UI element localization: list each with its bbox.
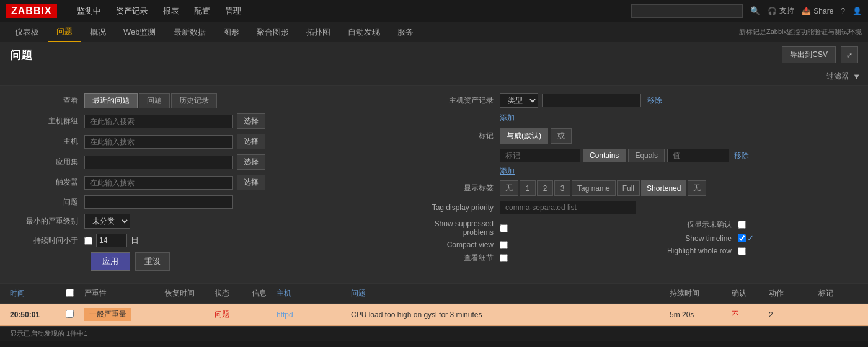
row-checkbox[interactable]: [66, 310, 74, 318]
filter-icon[interactable]: ▼: [852, 72, 861, 81]
subnav-services[interactable]: 服务: [389, 22, 422, 42]
show-unack-label: 仅显示未确认: [645, 219, 738, 230]
app-select-button[interactable]: 选择: [237, 154, 265, 170]
subnav-latest[interactable]: 最新数据: [165, 22, 215, 42]
host-inventory-remove[interactable]: 移除: [647, 95, 662, 106]
nav-monitoring[interactable]: 监测中: [69, 0, 108, 22]
show-suppressed-checkbox[interactable]: [500, 224, 508, 232]
severity-badge: 一般严重量: [84, 308, 131, 321]
th-check: [61, 289, 79, 299]
subnav-web[interactable]: Web监测: [115, 22, 165, 42]
subnav-overview[interactable]: 概况: [81, 22, 115, 42]
look-tab-history[interactable]: 历史记录: [171, 93, 217, 108]
details-checkbox[interactable]: [500, 254, 508, 262]
th-problem[interactable]: 问题: [346, 288, 665, 299]
table-row: 20:50:01 一般严重量 问题 httpd CPU load too hig…: [0, 304, 868, 326]
dtag-none2[interactable]: 无: [688, 180, 706, 196]
subnav-graphs[interactable]: 图形: [215, 22, 248, 42]
td-ack: 不: [727, 309, 764, 320]
subnav-notice: 新标记是Zabbix监控功能验证与测试环境: [739, 27, 862, 37]
compact-view-checkbox[interactable]: [500, 241, 508, 249]
duration-input[interactable]: [96, 234, 127, 247]
tags-logic-and[interactable]: 与威(默认): [500, 128, 548, 144]
tag-add[interactable]: 添加: [500, 167, 515, 175]
min-severity-select[interactable]: 未分类: [84, 214, 130, 229]
subnav-topology[interactable]: 拓扑图: [298, 22, 339, 42]
tag-contains-btn[interactable]: Contains: [583, 149, 626, 162]
th-status: 状态: [210, 288, 247, 299]
look-tab-recent[interactable]: 最近的问题: [84, 93, 138, 108]
td-severity: 一般严重量: [79, 308, 160, 321]
tag-priority-label: Tag display priority: [407, 203, 500, 212]
tag-priority-input[interactable]: [500, 201, 636, 214]
trigger-label: 触发器: [10, 177, 84, 188]
subnav-discovery[interactable]: 自动发现: [339, 22, 389, 42]
apply-button[interactable]: 应用: [91, 252, 130, 271]
host-group-select-button[interactable]: 选择: [237, 113, 265, 129]
footer-text: 显示已启动发现的 1件中1: [10, 330, 87, 337]
reset-button[interactable]: 重设: [135, 252, 170, 271]
th-time[interactable]: 时间: [5, 288, 61, 299]
tag-name-input[interactable]: [500, 149, 580, 162]
dtag-shortened[interactable]: Shortened: [641, 180, 686, 196]
select-all-checkbox[interactable]: [66, 289, 74, 297]
host-inventory-value[interactable]: [542, 94, 641, 107]
duration-checkbox[interactable]: [84, 237, 92, 245]
show-suppressed-label: Show suppressed problems: [407, 219, 500, 237]
nav-manage[interactable]: 管理: [218, 0, 249, 22]
host-inventory-select[interactable]: 类型: [500, 93, 538, 108]
problem-input[interactable]: [84, 195, 233, 209]
highlight-row-label: Highlight whole row: [645, 247, 738, 255]
details-label: 查看细节: [407, 253, 500, 263]
th-host[interactable]: 主机: [272, 288, 346, 299]
show-unack-checkbox[interactable]: [738, 221, 746, 229]
td-duration: 5m 20s: [665, 310, 727, 319]
tag-equals-btn[interactable]: Equals: [628, 149, 665, 162]
app-label: 应用集: [10, 157, 84, 167]
duration-label: 持续时间小于: [10, 235, 84, 246]
show-timeline-checkmark: ✓: [747, 234, 754, 243]
user-icon[interactable]: 👤: [852, 7, 862, 15]
dtag-tagname[interactable]: Tag name: [572, 180, 616, 196]
th-severity: 严重性: [79, 288, 160, 299]
global-search-input[interactable]: [631, 4, 743, 18]
tags-logic-or[interactable]: 或: [551, 128, 572, 144]
nav-assets[interactable]: 资产记录: [108, 0, 156, 22]
tag-value-input[interactable]: [667, 149, 729, 162]
host-input[interactable]: [84, 135, 233, 149]
nav-reports[interactable]: 报表: [156, 0, 187, 22]
dtag-full[interactable]: Full: [617, 180, 640, 196]
host-group-label: 主机群组: [10, 116, 84, 126]
subnav-problems[interactable]: 问题: [48, 22, 81, 42]
nav-config[interactable]: 配置: [187, 0, 218, 22]
subnav-dashboard[interactable]: 仪表板: [6, 22, 48, 42]
share-link[interactable]: 📤 Share: [802, 7, 833, 15]
app-input[interactable]: [84, 156, 233, 169]
duration-unit: 日: [131, 235, 139, 246]
td-host[interactable]: httpd: [272, 310, 346, 319]
trigger-input[interactable]: [84, 176, 233, 190]
compact-view-label: Compact view: [407, 240, 500, 249]
show-timeline-checkbox[interactable]: [738, 234, 746, 242]
host-inventory-add[interactable]: 添加: [500, 113, 515, 122]
highlight-row-checkbox[interactable]: [738, 247, 746, 255]
show-timeline-label: Show timeline: [645, 234, 738, 243]
dtag-3[interactable]: 3: [554, 180, 570, 196]
expand-button[interactable]: ⤢: [841, 46, 858, 63]
td-check[interactable]: [61, 310, 79, 320]
dtag-1[interactable]: 1: [520, 180, 536, 196]
help-link[interactable]: ?: [841, 7, 845, 15]
search-icon[interactable]: 🔍: [750, 6, 760, 15]
look-tab-problems[interactable]: 问题: [139, 93, 170, 108]
dtag-none[interactable]: 无: [500, 180, 518, 196]
trigger-select-button[interactable]: 选择: [237, 175, 265, 190]
host-select-button[interactable]: 选择: [237, 134, 265, 149]
subnav-screens[interactable]: 聚合图形: [248, 22, 298, 42]
host-inventory-label: 主机资产记录: [407, 95, 500, 106]
dtag-2[interactable]: 2: [537, 180, 553, 196]
look-label: 查看: [10, 95, 84, 106]
export-csv-button[interactable]: 导出到CSV: [782, 46, 836, 63]
tag-remove[interactable]: 移除: [734, 151, 749, 161]
support-link[interactable]: 🎧 支持: [768, 6, 794, 16]
host-group-input[interactable]: [84, 115, 233, 128]
